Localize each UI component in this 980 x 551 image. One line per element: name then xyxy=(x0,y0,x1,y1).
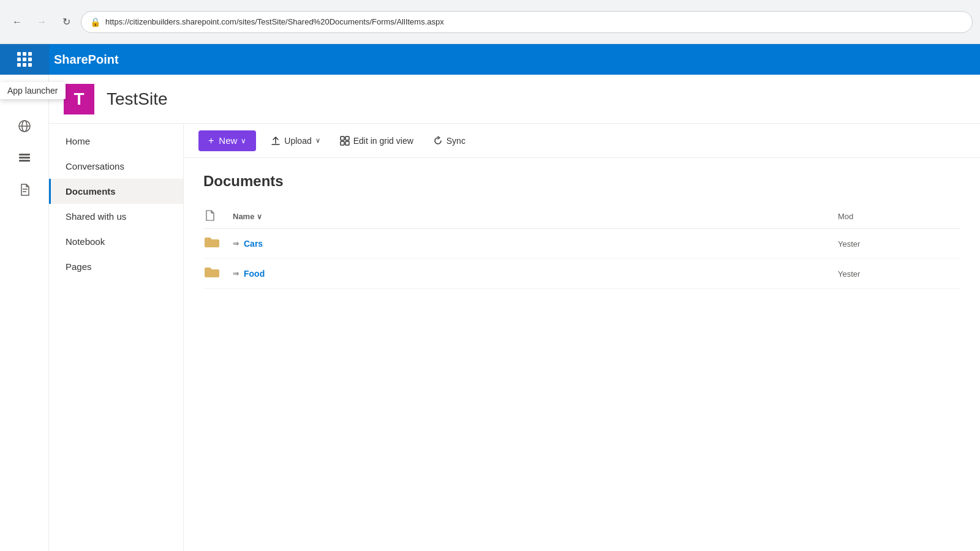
main-area: Home Conversations Documents Shared with… xyxy=(49,124,980,551)
folder-icon-cars xyxy=(203,235,233,252)
folder-icon-food xyxy=(203,265,233,282)
nav-item-documents[interactable]: Documents xyxy=(49,179,183,204)
table-header: Name ∨ Mod xyxy=(203,204,960,229)
svg-rect-12 xyxy=(345,141,349,145)
upload-icon xyxy=(271,136,281,146)
sync-icon xyxy=(433,136,443,146)
site-title: TestSite xyxy=(107,89,168,109)
documents-area: Documents Name ∨ xyxy=(184,158,980,304)
browser-chrome: ← → ↻ 🔒 https://citizenbuilders.sharepoi… xyxy=(0,0,980,44)
svg-rect-3 xyxy=(19,154,30,156)
url-text: https://citizenbuilders.sharepoint.com/s… xyxy=(105,17,444,26)
grid-icon xyxy=(340,136,350,146)
rail-list-icon[interactable] xyxy=(10,143,39,173)
row-name-food[interactable]: ⇒ Food xyxy=(233,269,838,279)
nav-item-home[interactable]: Home xyxy=(49,129,183,154)
documents-table: Name ∨ Mod ⇒ xyxy=(203,204,960,289)
forward-button[interactable]: → xyxy=(32,12,51,32)
nav-item-pages[interactable]: Pages xyxy=(49,254,183,279)
new-label: New xyxy=(219,135,237,146)
name-column-header[interactable]: Name ∨ xyxy=(233,212,838,221)
sync-label: Sync xyxy=(447,136,466,146)
toolbar: + New ∨ Upload ∨ xyxy=(184,124,980,158)
sync-button[interactable]: Sync xyxy=(428,132,470,149)
waffle-icon xyxy=(17,52,32,67)
svg-rect-5 xyxy=(19,160,30,162)
nav-item-shared[interactable]: Shared with us xyxy=(49,204,183,229)
app-launcher-button[interactable]: App launcher xyxy=(0,44,49,75)
rail-doc-icon[interactable] xyxy=(10,175,39,204)
file-header-icon xyxy=(203,209,216,222)
table-row[interactable]: ⇒ Cars Yester xyxy=(203,229,960,259)
upload-chevron-icon: ∨ xyxy=(315,137,320,144)
new-button[interactable]: + New ∨ xyxy=(198,130,256,151)
table-row[interactable]: ⇒ Food Yester xyxy=(203,259,960,289)
new-chevron-icon: ∨ xyxy=(241,137,246,145)
svg-rect-4 xyxy=(19,157,30,159)
left-rail: ⌂ xyxy=(0,75,49,551)
refresh-button[interactable]: ↻ xyxy=(56,12,76,32)
documents-title: Documents xyxy=(203,173,960,190)
address-bar[interactable]: 🔒 https://citizenbuilders.sharepoint.com… xyxy=(81,11,973,33)
name-sort-icon: ∨ xyxy=(257,212,262,221)
edit-grid-label: Edit in grid view xyxy=(353,136,413,146)
rail-globe-icon[interactable] xyxy=(10,111,39,141)
nav-item-conversations[interactable]: Conversations xyxy=(49,154,183,179)
svg-rect-9 xyxy=(341,137,344,140)
back-button[interactable]: ← xyxy=(7,12,27,32)
svg-rect-10 xyxy=(345,137,349,140)
site-identity: T TestSite xyxy=(49,75,980,124)
modified-column-header: Mod xyxy=(838,212,960,221)
full-layout: ← → ↻ 🔒 https://citizenbuilders.sharepoi… xyxy=(0,0,980,551)
folder-icon xyxy=(203,235,221,250)
plus-icon: + xyxy=(208,135,214,146)
upload-button[interactable]: Upload ∨ xyxy=(266,132,325,149)
header-icon-col xyxy=(203,209,233,223)
edit-grid-button[interactable]: Edit in grid view xyxy=(335,132,418,149)
folder-icon xyxy=(203,265,221,280)
row-name-cars[interactable]: ⇒ Cars xyxy=(233,239,838,249)
sharepoint-header: App launcher SharePoint xyxy=(0,44,980,75)
nav-item-notebook[interactable]: Notebook xyxy=(49,229,183,254)
upload-label: Upload xyxy=(284,136,311,146)
row-modified-cars: Yester xyxy=(838,239,960,249)
sharepoint-logo: SharePoint xyxy=(49,53,119,67)
site-logo: T xyxy=(64,84,94,114)
left-nav: Home Conversations Documents Shared with… xyxy=(49,124,184,551)
lock-icon: 🔒 xyxy=(90,17,100,27)
main-content: + New ∨ Upload ∨ xyxy=(184,124,980,551)
app-launcher-tooltip: App launcher xyxy=(0,82,66,99)
row-modified-food: Yester xyxy=(838,269,960,279)
svg-rect-11 xyxy=(341,141,344,145)
